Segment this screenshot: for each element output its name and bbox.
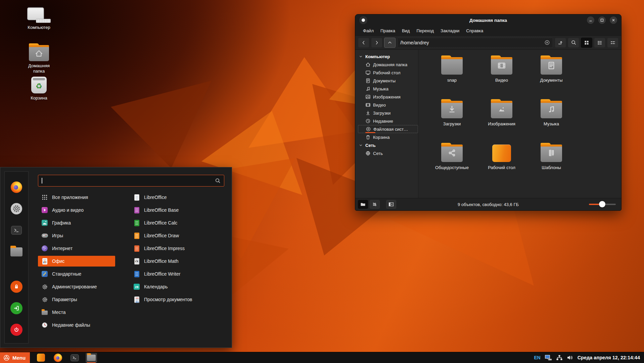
taskbar-terminal[interactable]: [69, 353, 80, 363]
sidebar-item-downloads[interactable]: Загрузки: [358, 109, 418, 117]
quicklaunch-files[interactable]: [10, 246, 22, 258]
app-libreoffice-base[interactable]: LibreOffice Base: [130, 205, 196, 215]
sidebar-item-desktop[interactable]: Рабочий стол: [358, 69, 418, 77]
clear-icon: [544, 40, 550, 45]
file-item-music[interactable]: Музыка: [526, 98, 576, 142]
icon-view-button[interactable]: [581, 38, 592, 48]
file-item-snap[interactable]: snap: [427, 54, 477, 98]
category-office[interactable]: Офис: [38, 256, 115, 267]
file-item-desktop[interactable]: Рабочий стол: [477, 142, 526, 186]
app-calendar[interactable]: 28 Календарь: [130, 281, 196, 292]
category-preferences[interactable]: Параметры: [38, 294, 115, 305]
menu-search-box[interactable]: [38, 175, 224, 187]
sidebar-item-trash[interactable]: Корзина: [358, 133, 418, 141]
back-button[interactable]: [358, 38, 369, 48]
taskbar-file-manager[interactable]: [86, 353, 97, 363]
show-tree-button[interactable]: [370, 200, 380, 209]
app-libreoffice-calc[interactable]: LibreOffice Calc: [130, 217, 196, 228]
file-item-pictures[interactable]: Изображения: [477, 98, 526, 142]
sidebar-item-pictures[interactable]: Изображения: [358, 93, 418, 101]
app-libreoffice[interactable]: LibreOffice: [130, 192, 196, 203]
location-bar[interactable]: [397, 38, 553, 48]
places-sidebar: Компьютер Домашняя папка Рабочий стол До…: [355, 50, 418, 198]
file-item-documents[interactable]: Документы: [526, 54, 576, 98]
list-view-button[interactable]: [594, 38, 605, 48]
category-audio-video[interactable]: Аудио и видео: [38, 205, 115, 215]
file-item-public[interactable]: Общедоступные: [427, 142, 477, 186]
sidebar-item-documents[interactable]: Документы: [358, 77, 418, 85]
menu-button[interactable]: Menu: [0, 352, 30, 363]
app-libreoffice-draw[interactable]: LibreOffice Draw: [130, 230, 196, 241]
file-item-templates[interactable]: Шаблоны: [526, 142, 576, 186]
sidebar-item-music[interactable]: Музыка: [358, 85, 418, 93]
logout-button[interactable]: [10, 302, 22, 314]
file-item-downloads[interactable]: Загрузки: [427, 98, 477, 142]
close-button[interactable]: [610, 16, 617, 24]
taskbar-firefox[interactable]: [52, 353, 63, 363]
category-games[interactable]: Игры: [38, 230, 115, 241]
zoom-slider-thumb[interactable]: [599, 201, 605, 207]
sidebar-section-network[interactable]: Сеть: [358, 141, 418, 149]
keyboard-layout-indicator[interactable]: EN: [534, 355, 540, 360]
menu-help[interactable]: Справка: [463, 27, 486, 35]
file-item-videos[interactable]: Видео: [477, 54, 526, 98]
window-menu-icon[interactable]: [359, 16, 367, 24]
volume-icon[interactable]: [567, 355, 573, 361]
chevron-down-icon[interactable]: [359, 54, 363, 59]
chevron-down-icon[interactable]: [359, 143, 363, 148]
window-controls: [587, 16, 617, 24]
sidebar-item-recent[interactable]: Недавние: [358, 117, 418, 125]
desktop-icon-computer[interactable]: Компьютер: [20, 7, 58, 30]
app-libreoffice-writer[interactable]: LibreOffice Writer: [130, 269, 196, 279]
up-button[interactable]: [384, 38, 396, 48]
menu-bookmarks[interactable]: Закладки: [438, 27, 462, 35]
menu-file[interactable]: Файл: [360, 27, 377, 35]
titlebar[interactable]: Домашняя папка: [355, 14, 621, 26]
desktop-icon-trash[interactable]: ♻ Корзина: [20, 77, 58, 101]
app-label: Календарь: [144, 284, 168, 289]
sidebar-section-computer[interactable]: Компьютер: [358, 52, 418, 61]
sidebar-item-home[interactable]: Домашняя папка: [358, 61, 418, 69]
category-places[interactable]: Места: [38, 307, 115, 318]
toggle-sidepane-button[interactable]: [386, 200, 396, 209]
app-libreoffice-impress[interactable]: LibreOffice Impress: [130, 243, 196, 254]
menu-view[interactable]: Вид: [399, 27, 413, 35]
app-document-viewer[interactable]: Просмотр документов: [130, 294, 196, 305]
clear-location-button[interactable]: [544, 40, 550, 45]
menu-go[interactable]: Переход: [413, 27, 437, 35]
network-icon[interactable]: [556, 355, 563, 361]
category-internet[interactable]: Интернет: [38, 243, 115, 254]
display-settings-icon[interactable]: [545, 355, 552, 361]
type-location-button[interactable]: [555, 38, 566, 48]
sidebar-item-filesystem[interactable]: Файловая сист…: [358, 125, 418, 133]
libreoffice-math-icon: √x: [133, 258, 140, 265]
search-button[interactable]: [568, 38, 579, 48]
zoom-slider[interactable]: [589, 204, 616, 205]
sidebar-item-videos[interactable]: Видео: [358, 101, 418, 109]
menu-edit[interactable]: Правка: [377, 27, 398, 35]
menu-search-input[interactable]: [43, 178, 215, 184]
compact-view-button[interactable]: [607, 38, 618, 48]
category-all-applications[interactable]: Все приложения: [38, 192, 115, 203]
category-administration[interactable]: Администрирование: [38, 281, 115, 292]
show-desktop-button[interactable]: [35, 353, 47, 363]
category-accessories[interactable]: Стандартные: [38, 269, 115, 279]
app-libreoffice-math[interactable]: √x LibreOffice Math: [130, 256, 196, 267]
show-places-button[interactable]: [358, 200, 368, 209]
quicklaunch-firefox[interactable]: [10, 181, 22, 193]
minimize-button[interactable]: [587, 16, 594, 24]
category-recent-files[interactable]: Недавние файлы: [38, 320, 115, 330]
maximize-button[interactable]: [598, 16, 606, 24]
quicklaunch-settings[interactable]: [10, 203, 22, 215]
desktop-icon-home[interactable]: Домашняя папка: [20, 43, 58, 74]
forward-button[interactable]: [371, 38, 382, 48]
shutdown-button[interactable]: [10, 324, 22, 336]
category-graphics[interactable]: Графика: [38, 217, 115, 228]
lock-screen-button[interactable]: [10, 281, 22, 293]
location-input[interactable]: [400, 40, 542, 45]
file-name: snap: [447, 78, 457, 83]
icon-view[interactable]: snap Видео Документы Загрузки Изображени…: [418, 50, 621, 198]
quicklaunch-terminal[interactable]: [10, 224, 22, 236]
sidebar-item-network[interactable]: Сеть: [358, 149, 418, 157]
clock[interactable]: Среда апреля 12, 22:14:44: [578, 355, 640, 360]
